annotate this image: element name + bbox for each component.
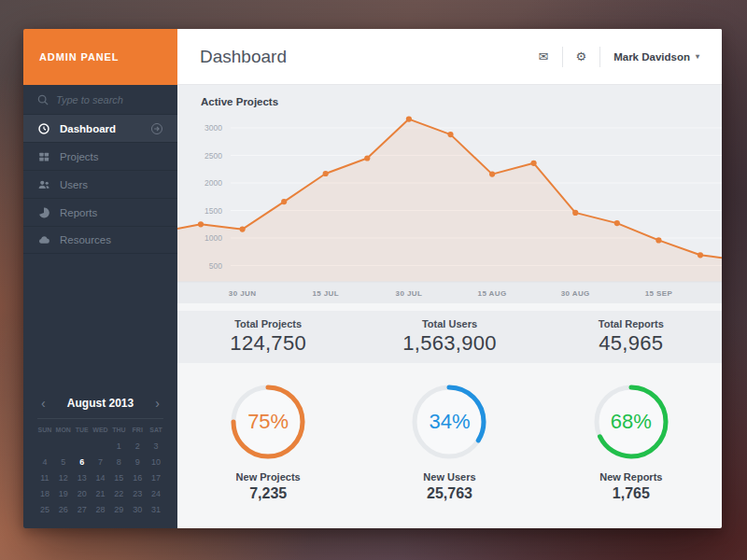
calendar-day[interactable]: 20 bbox=[73, 488, 92, 499]
pie-icon bbox=[37, 206, 50, 219]
calendar-day[interactable]: 23 bbox=[128, 488, 147, 499]
gauge-new-projects: 75%New Projects7,235 bbox=[177, 383, 359, 502]
calendar-day[interactable]: 9 bbox=[128, 456, 147, 468]
calendar-day[interactable]: 25 bbox=[35, 504, 54, 515]
calendar-day[interactable]: 2 bbox=[128, 441, 147, 452]
calendar-day[interactable]: 30 bbox=[128, 504, 147, 515]
calendar-day[interactable]: 31 bbox=[147, 504, 165, 515]
calendar-day[interactable]: 22 bbox=[109, 488, 128, 499]
gauges-row: 75%New Projects7,23534%New Users25,76368… bbox=[177, 363, 722, 528]
calendar-day[interactable]: 18 bbox=[35, 488, 54, 499]
gauge-value: 7,235 bbox=[249, 485, 287, 502]
gauge-label: New Users bbox=[423, 471, 475, 483]
calendar-day-header: TUE bbox=[73, 427, 92, 436]
calendar-day[interactable]: 19 bbox=[54, 488, 73, 499]
line-chart: 3000250020001500100050030 JUN15 JUL30 JU… bbox=[177, 85, 722, 303]
grid-icon bbox=[37, 150, 50, 163]
gauge-label: New Reports bbox=[599, 471, 662, 483]
search-icon bbox=[37, 94, 49, 105]
calendar-day[interactable]: 7 bbox=[92, 456, 110, 468]
calendar-day-header: FRI bbox=[128, 427, 147, 436]
sidebar-item-reports[interactable]: Reports bbox=[23, 198, 177, 226]
sidebar-item-label: Resources bbox=[60, 234, 163, 245]
calendar-day-header: SAT bbox=[147, 427, 165, 436]
app-logo: ADMIN PANEL bbox=[23, 29, 177, 85]
calendar-day[interactable]: 29 bbox=[109, 504, 128, 515]
gauge-value: 1,765 bbox=[613, 485, 650, 502]
calendar-day[interactable]: 11 bbox=[35, 472, 54, 483]
calendar-day-header: THU bbox=[109, 427, 128, 436]
calendar-day-header: WED bbox=[92, 427, 110, 436]
calendar-day[interactable]: 1 bbox=[109, 441, 128, 452]
progress-ring: 34% bbox=[410, 383, 488, 461]
calendar-prev-icon[interactable]: ‹ bbox=[41, 397, 46, 410]
calendar-day[interactable]: 27 bbox=[73, 504, 92, 515]
chart-title: Active Projects bbox=[201, 96, 278, 107]
gauge-new-reports: 68%New Reports1,765 bbox=[541, 383, 722, 502]
calendar-day[interactable]: 4 bbox=[35, 456, 54, 468]
calendar-day[interactable]: 28 bbox=[92, 504, 110, 515]
calendar-day[interactable]: 8 bbox=[109, 456, 128, 468]
calendar-day[interactable]: 14 bbox=[92, 472, 110, 483]
arrow-circle-icon bbox=[150, 122, 163, 135]
gauge-label: New Projects bbox=[236, 471, 301, 483]
calendar-day[interactable]: 17 bbox=[147, 472, 165, 483]
svg-text:15 JUL: 15 JUL bbox=[312, 289, 339, 298]
svg-text:30 JUL: 30 JUL bbox=[396, 289, 423, 298]
header-divider bbox=[599, 47, 600, 67]
sidebar-item-users[interactable]: Users bbox=[23, 170, 177, 198]
calendar-day[interactable]: 3 bbox=[147, 441, 165, 452]
calendar-day bbox=[35, 441, 54, 452]
search-input[interactable] bbox=[56, 94, 163, 105]
stat-value: 45,965 bbox=[599, 331, 663, 356]
sidebar-item-label: Users bbox=[60, 179, 163, 190]
mail-icon[interactable]: ✉ bbox=[539, 50, 549, 63]
user-menu[interactable]: Mark Davidson ▾ bbox=[613, 51, 699, 63]
page-header: Dashboard ✉ ⚙ Mark Davidson ▾ bbox=[177, 29, 722, 85]
calendar-day-selected[interactable]: 6 bbox=[73, 456, 92, 468]
sidebar: ADMIN PANEL DashboardProjectsUsersReport… bbox=[23, 29, 177, 528]
calendar-day[interactable]: 21 bbox=[92, 488, 110, 499]
calendar-day bbox=[92, 441, 110, 452]
sidebar-item-label: Dashboard bbox=[60, 123, 141, 134]
calendar-day[interactable]: 10 bbox=[147, 456, 165, 468]
stat-total-users: Total Users1,563,900 bbox=[359, 311, 540, 363]
sidebar-item-label: Projects bbox=[60, 151, 163, 162]
calendar-day bbox=[54, 441, 73, 452]
sidebar-item-label: Reports bbox=[60, 207, 163, 218]
sidebar-item-dashboard[interactable]: Dashboard bbox=[23, 114, 177, 142]
gauge-percent: 75% bbox=[229, 383, 307, 461]
gauge-new-users: 34%New Users25,763 bbox=[359, 383, 540, 502]
calendar-next-icon[interactable]: › bbox=[155, 397, 160, 410]
page-title: Dashboard bbox=[200, 47, 539, 67]
clock-icon bbox=[37, 122, 50, 135]
calendar-day[interactable]: 12 bbox=[54, 472, 73, 483]
calendar-day[interactable]: 24 bbox=[147, 488, 165, 499]
calendar-divider bbox=[37, 418, 163, 419]
stat-total-reports: Total Reports45,965 bbox=[541, 311, 722, 363]
stat-value: 124,750 bbox=[230, 331, 306, 356]
progress-ring: 75% bbox=[229, 383, 307, 461]
calendar-day[interactable]: 5 bbox=[54, 456, 73, 468]
progress-ring: 68% bbox=[592, 383, 670, 461]
sidebar-item-projects[interactable]: Projects bbox=[23, 142, 177, 170]
svg-text:1000: 1000 bbox=[204, 233, 222, 243]
calendar-day bbox=[73, 441, 92, 452]
chevron-down-icon: ▾ bbox=[696, 52, 699, 61]
calendar-day[interactable]: 15 bbox=[109, 472, 128, 483]
svg-text:2500: 2500 bbox=[204, 151, 222, 161]
svg-text:2000: 2000 bbox=[204, 178, 222, 188]
sidebar-item-resources[interactable]: Resources bbox=[23, 226, 177, 254]
calendar-day[interactable]: 26 bbox=[54, 504, 73, 515]
calendar: ‹ August 2013 › SUNMONTUEWEDTHUFRISAT123… bbox=[23, 395, 177, 528]
calendar-day[interactable]: 13 bbox=[73, 472, 92, 483]
header-actions: ✉ ⚙ Mark Davidson ▾ bbox=[539, 47, 699, 67]
calendar-day[interactable]: 16 bbox=[128, 472, 147, 483]
totals-row: Total Projects124,750Total Users1,563,90… bbox=[177, 311, 722, 363]
gear-icon[interactable]: ⚙ bbox=[576, 50, 587, 63]
calendar-title: August 2013 bbox=[67, 397, 134, 410]
active-projects-chart: Active Projects 300025002000150010005003… bbox=[177, 85, 722, 303]
main-content: Dashboard ✉ ⚙ Mark Davidson ▾ Active Pro… bbox=[177, 29, 722, 528]
gauge-percent: 68% bbox=[592, 383, 670, 461]
admin-panel-window: ADMIN PANEL DashboardProjectsUsersReport… bbox=[23, 29, 722, 528]
